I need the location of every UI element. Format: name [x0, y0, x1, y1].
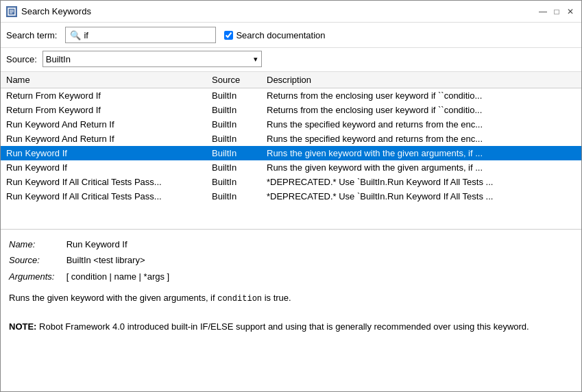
search-input-wrap: 🔍	[65, 27, 216, 43]
detail-arguments-value: [ condition | name | *args ]	[66, 271, 170, 282]
detail-desc-note: NOTE: Robot Framework 4.0 introduced bui…	[9, 320, 573, 334]
search-doc-label: Search documentation	[236, 30, 325, 40]
window-controls: — □ ✕	[537, 6, 576, 17]
detail-desc-text2: is true.	[262, 293, 291, 303]
col-header-source: Source	[206, 72, 261, 88]
detail-arguments-row: Arguments: [ condition | name | *args ]	[9, 269, 573, 284]
source-row: Source: BuiltIn All Custom	[1, 48, 581, 72]
table-row[interactable]: Run Keyword And Return IfBuiltInRuns the…	[1, 132, 581, 146]
detail-source-label: Source:	[9, 252, 64, 268]
detail-name-label: Name:	[9, 236, 64, 252]
cell-source: BuiltIn	[206, 88, 261, 103]
cell-description: Returns from the enclosing user keyword …	[261, 88, 581, 103]
maximize-button[interactable]: □	[551, 6, 562, 17]
search-input[interactable]	[84, 30, 211, 40]
detail-name-value: Run Keyword If	[66, 239, 128, 249]
search-term-label: Search term:	[6, 30, 57, 40]
detail-note-text: Robot Framework 4.0 introduced built-in …	[36, 321, 529, 332]
table-row[interactable]: Run Keyword IfBuiltInRuns the given keyw…	[1, 160, 581, 175]
cell-description: Runs the given keyword with the given ar…	[261, 146, 581, 160]
cell-name: Run Keyword If	[1, 160, 206, 175]
cell-source: BuiltIn	[206, 189, 261, 204]
cell-name: Run Keyword If All Critical Tests Pass..…	[1, 175, 206, 189]
detail-desc-para1: Runs the given keyword with the given ar…	[9, 291, 573, 306]
table-row[interactable]: Return From Keyword IfBuiltInReturns fro…	[1, 103, 581, 117]
table-row[interactable]: Run Keyword If All Critical Tests Pass..…	[1, 175, 581, 189]
search-doc-wrap: Search documentation	[224, 30, 325, 40]
source-select-wrap: BuiltIn All Custom	[43, 51, 262, 67]
table-row[interactable]: Return From Keyword IfBuiltInReturns fro…	[1, 88, 581, 103]
title-bar: Search Keywords — □ ✕	[1, 1, 581, 23]
window-title: Search Keywords	[21, 6, 537, 16]
detail-area: Name: Run Keyword If Source: BuiltIn <te…	[1, 230, 581, 391]
cell-name: Return From Keyword If	[1, 103, 206, 117]
detail-source-row: Source: BuiltIn <test library>	[9, 252, 573, 268]
search-toolbar: Search term: 🔍 Search documentation	[1, 23, 581, 48]
cell-source: BuiltIn	[206, 117, 261, 132]
cell-description: Returns from the enclosing user keyword …	[261, 103, 581, 117]
cell-source: BuiltIn	[206, 132, 261, 146]
results-table: Name Source Description Return From Keyw…	[1, 72, 581, 204]
detail-name-row: Name: Run Keyword If	[9, 236, 573, 252]
table-row[interactable]: Run Keyword If All Critical Tests Pass..…	[1, 189, 581, 204]
window-icon	[6, 6, 17, 17]
detail-source-value: BuiltIn <test library>	[66, 255, 145, 265]
search-doc-checkbox[interactable]	[224, 31, 233, 40]
cell-description: *DEPRECATED.* Use `BuiltIn.Run Keyword I…	[261, 189, 581, 204]
table-row[interactable]: Run Keyword IfBuiltInRuns the given keyw…	[1, 146, 581, 160]
detail-desc-code: condition	[217, 294, 262, 304]
cell-name: Run Keyword And Return If	[1, 132, 206, 146]
cell-source: BuiltIn	[206, 175, 261, 189]
cell-name: Run Keyword If All Critical Tests Pass..…	[1, 189, 206, 204]
results-area: Name Source Description Return From Keyw…	[1, 72, 581, 391]
cell-description: Runs the given keyword with the given ar…	[261, 160, 581, 175]
table-row[interactable]: Run Keyword And Return IfBuiltInRuns the…	[1, 117, 581, 132]
cell-description: Runs the specified keyword and returns f…	[261, 117, 581, 132]
detail-meta: Name: Run Keyword If Source: BuiltIn <te…	[9, 236, 573, 284]
cell-source: BuiltIn	[206, 146, 261, 160]
detail-arguments-label: Arguments:	[9, 269, 64, 284]
detail-note-label: NOTE:	[9, 321, 36, 332]
table-container: Name Source Description Return From Keyw…	[1, 72, 581, 230]
minimize-button[interactable]: —	[537, 6, 548, 17]
col-header-name: Name	[1, 72, 206, 88]
detail-desc-text1: Runs the given keyword with the given ar…	[9, 293, 217, 303]
source-select[interactable]: BuiltIn All Custom	[43, 51, 262, 67]
cell-name: Run Keyword And Return If	[1, 117, 206, 132]
cell-source: BuiltIn	[206, 160, 261, 175]
main-window: Search Keywords — □ ✕ Search term: 🔍 Sea…	[0, 0, 582, 392]
col-header-description: Description	[261, 72, 581, 88]
close-button[interactable]: ✕	[565, 6, 576, 17]
cell-name: Return From Keyword If	[1, 88, 206, 103]
source-label: Source:	[6, 54, 37, 64]
cell-description: Runs the specified keyword and returns f…	[261, 132, 581, 146]
cell-description: *DEPRECATED.* Use `BuiltIn.Run Keyword I…	[261, 175, 581, 189]
cell-source: BuiltIn	[206, 103, 261, 117]
cell-name: Run Keyword If	[1, 146, 206, 160]
search-icon: 🔍	[70, 30, 81, 40]
detail-description: Runs the given keyword with the given ar…	[9, 291, 573, 334]
